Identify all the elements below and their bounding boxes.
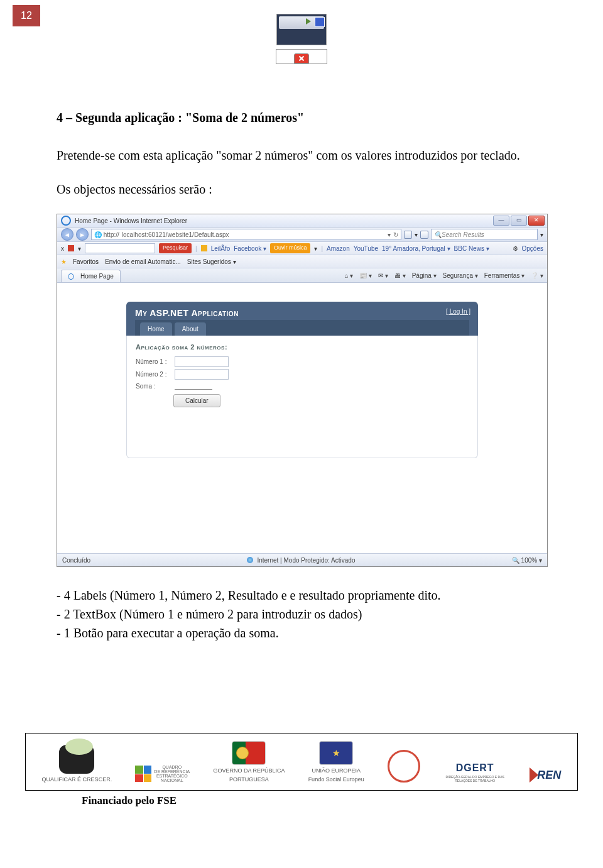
zoom-control[interactable]: 🔍 100% ▾ xyxy=(512,556,542,565)
status-left: Concluído xyxy=(62,556,90,565)
ferramentas-menu[interactable]: Ferramentas ▾ xyxy=(484,271,524,280)
forward-button[interactable]: ► xyxy=(76,228,89,241)
close-icon xyxy=(294,53,309,63)
page-viewport: My ASP.NET Application [ Log In ] Home A… xyxy=(57,283,547,553)
label-numero1: Número 1 : xyxy=(136,357,171,366)
favorites-label: Favoritos xyxy=(73,257,99,266)
section-heading: 4 – Segunda aplicação : "Soma de 2 númer… xyxy=(57,108,546,127)
nav-about[interactable]: About xyxy=(175,322,206,336)
addr-dropdown-icon[interactable]: ▾ xyxy=(388,230,391,239)
document-body: 4 – Segunda aplicação : "Soma de 2 númer… xyxy=(0,64,603,664)
pren-text: REN xyxy=(537,769,561,782)
bullet-button: - 1 Botão para executar a operação da so… xyxy=(57,624,546,642)
ie-icon xyxy=(61,216,71,226)
ask-search-input[interactable] xyxy=(85,243,155,253)
stop-icon[interactable] xyxy=(420,231,428,239)
favorites-bar: ★ Favoritos Envio de email Automatic... … xyxy=(57,255,547,268)
row-numero1: Número 1 : xyxy=(136,356,469,367)
browser-screenshot: Home Page - Windows Internet Explorer — … xyxy=(57,214,548,567)
search-dropdown-icon[interactable]: ▾ xyxy=(415,230,418,239)
dgert-word: DGERT xyxy=(456,762,494,774)
facebook-link[interactable]: Facebook ▾ xyxy=(234,244,266,253)
pren-logo: REN xyxy=(530,767,561,783)
ring-icon xyxy=(388,750,420,783)
opcoes-link[interactable]: Opções xyxy=(522,244,543,253)
pesquisar-button[interactable]: Pesquisar xyxy=(159,243,192,253)
command-bar: ⌂ ▾ 📰 ▾ ✉ ▾ 🖶 ▾ Página ▾ Segurança ▾ Fer… xyxy=(345,271,544,282)
help-menu-icon[interactable]: ❔ ▾ xyxy=(531,271,543,280)
objects-paragraph: Os objectos necessários serão : xyxy=(57,180,546,199)
footer-logos: QUALIFICAR É CRESCER. QUADRO DE REFERÊNC… xyxy=(25,733,578,791)
play-icon xyxy=(306,18,311,25)
seguranca-menu[interactable]: Segurança ▾ xyxy=(443,271,478,280)
vs-close-snippet xyxy=(276,49,327,64)
login-link[interactable]: [ Log In ] xyxy=(446,307,470,316)
financiado-text: Financiado pelo FSE xyxy=(82,794,603,807)
input-numero2[interactable] xyxy=(175,369,229,380)
bbc-link[interactable]: BBC News ▾ xyxy=(454,244,489,253)
eu-logo: ★ UNIÃO EUROPEIA Fundo Social Europeu xyxy=(308,741,364,783)
home-menu-icon[interactable]: ⌂ ▾ xyxy=(345,271,354,280)
eu-line1: UNIÃO EUROPEIA xyxy=(312,767,361,774)
dock-icon xyxy=(315,17,325,27)
soma-result xyxy=(175,382,212,390)
maximize-button[interactable]: ▭ xyxy=(511,216,527,226)
fav-item-envio[interactable]: Envio de email Automatic... xyxy=(105,257,181,266)
dgert-logo: DGERT DIREÇÃO-GERAL DO EMPREGO E DAS REL… xyxy=(443,762,506,783)
browser-tab[interactable]: Home Page xyxy=(61,270,121,282)
bullet-labels: - 4 Labels (Número 1, Número 2, Resultad… xyxy=(57,586,546,605)
compat-view-icon[interactable] xyxy=(404,231,412,239)
favorites-star-icon[interactable]: ★ xyxy=(61,257,67,266)
ouvir-musica-button[interactable]: Ouvir música xyxy=(270,243,311,253)
row-numero2: Número 2 : xyxy=(136,369,469,380)
search-placeholder: Search Results xyxy=(442,230,484,239)
form-title: Aplicação soma 2 números: xyxy=(136,342,469,353)
nav-home[interactable]: Home xyxy=(140,322,172,336)
search-box[interactable]: 🔍 Search Results xyxy=(431,229,538,240)
feeds-menu-icon[interactable]: 📰 ▾ xyxy=(359,271,372,280)
calcular-button[interactable]: Calcular xyxy=(173,394,220,407)
refresh-icon[interactable]: ↻ xyxy=(393,230,398,239)
qualificar-text: QUALIFICAR É CRESCER. xyxy=(42,776,112,783)
gov-line1: GOVERNO DA REPÚBLICA xyxy=(213,767,285,774)
address-bar[interactable]: 🌐 http:// localhost:60121/website1/Defau… xyxy=(91,229,401,240)
toolbar-close-icon[interactable]: x xyxy=(61,244,64,253)
editor-snippets xyxy=(0,14,603,64)
globe-icon xyxy=(247,557,253,563)
status-zone: Internet | Modo Protegido: Activado xyxy=(247,556,355,565)
close-button[interactable]: ✕ xyxy=(528,216,545,226)
pagina-menu[interactable]: Página ▾ xyxy=(412,271,437,280)
fav-item-sites[interactable]: Sites Sugeridos ▾ xyxy=(187,257,236,266)
q-logo-icon xyxy=(59,745,94,774)
asp-app: My ASP.NET Application [ Log In ] Home A… xyxy=(126,302,478,458)
accredited-logo xyxy=(388,750,420,783)
search-magnifier-icon: 🔍 xyxy=(434,230,442,239)
minimize-button[interactable]: — xyxy=(493,216,509,226)
input-numero1[interactable] xyxy=(175,356,229,367)
print-menu-icon[interactable]: 🖶 ▾ xyxy=(394,271,406,280)
weather-link[interactable]: 19° Amadora, Portugal ▾ xyxy=(382,244,450,253)
search-menu-icon[interactable]: ▾ xyxy=(540,230,543,239)
window-buttons: — ▭ ✕ xyxy=(493,216,545,226)
gear-icon[interactable]: ⚙ xyxy=(513,244,518,253)
leilao-link[interactable]: LeilÃfo xyxy=(211,244,231,253)
amazon-link[interactable]: Amazon xyxy=(327,244,350,253)
tab-favicon-icon xyxy=(68,273,74,280)
mail-menu-icon[interactable]: ✉ ▾ xyxy=(378,271,388,280)
pt-flag-icon xyxy=(232,741,266,765)
intro-paragraph: Pretende-se com esta aplicação "somar 2 … xyxy=(57,146,546,165)
window-titlebar: Home Page - Windows Internet Explorer — … xyxy=(57,214,547,228)
ask-dd-icon[interactable]: ▾ xyxy=(78,244,81,253)
tab-row: Home Page ⌂ ▾ 📰 ▾ ✉ ▾ 🖶 ▾ Página ▾ Segur… xyxy=(57,268,547,283)
asp-form: Aplicação soma 2 números: Número 1 : Núm… xyxy=(126,336,478,458)
back-button[interactable]: ◄ xyxy=(61,228,73,241)
address-row: ◄ ► 🌐 http:// localhost:60121/website1/D… xyxy=(57,228,547,242)
label-numero2: Número 2 : xyxy=(136,370,171,379)
asp-header: My ASP.NET Application [ Log In ] Home A… xyxy=(126,302,478,336)
leilao-icon xyxy=(201,245,207,251)
ask-toolbar: x ▾ Pesquisar | LeilÃfo Facebook ▾ Ouvir… xyxy=(57,242,547,255)
youtube-link[interactable]: YouTube xyxy=(354,244,378,253)
tab-label: Home Page xyxy=(80,272,114,281)
vs-toolbar-snippet xyxy=(276,14,327,45)
ouvir-dd-icon[interactable]: ▾ xyxy=(314,244,317,253)
